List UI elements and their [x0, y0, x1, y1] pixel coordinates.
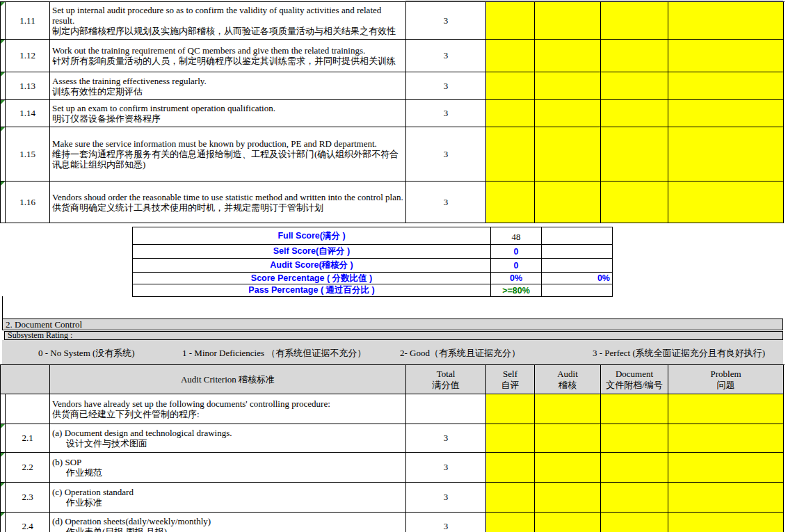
- criterion-text-zh: 作业表单(日报,周报,月报): [52, 526, 403, 532]
- header-audit-criterion: Audit Criterion 稽核标准: [50, 365, 406, 394]
- criterion-text-en: Set up internal audit procedure so as to…: [52, 5, 403, 26]
- document-ref-input-cell[interactable]: [601, 513, 668, 532]
- document-ref-input-cell[interactable]: [601, 100, 668, 127]
- audit-score-input-cell[interactable]: [535, 182, 601, 223]
- criterion-text-zh: 供货商已经建立下列文件管制的程序:: [52, 409, 403, 419]
- problem-input-cell[interactable]: [668, 72, 784, 100]
- audit-score-input-cell[interactable]: [535, 2, 601, 40]
- subsystem-rating-label: Subsystem Rating :: [8, 330, 72, 341]
- problem-input-cell[interactable]: [668, 394, 784, 424]
- summary-label: Pass Percentage ( 通过百分比 ): [133, 284, 491, 297]
- document-ref-input-cell[interactable]: [601, 394, 668, 424]
- summary-label: Self Score(自评分 ): [133, 245, 491, 259]
- document-ref-input-cell[interactable]: [601, 453, 668, 483]
- audit-score-input-cell[interactable]: [535, 40, 601, 72]
- criterion-text-en: Set up an exam to confirm instrument ope…: [52, 103, 403, 113]
- self-score-input-cell[interactable]: [486, 2, 535, 40]
- document-ref-input-cell[interactable]: [601, 182, 668, 223]
- problem-input-cell[interactable]: [668, 40, 784, 72]
- document-ref-input-cell[interactable]: [601, 40, 668, 72]
- header-label: Audit Criterion 稽核标准: [181, 374, 275, 385]
- problem-input-cell[interactable]: [668, 127, 784, 182]
- self-score-input-cell[interactable]: [486, 453, 535, 483]
- document-ref-input-cell[interactable]: [601, 424, 668, 453]
- document-ref-input-cell[interactable]: [601, 127, 668, 182]
- problem-input-cell[interactable]: [668, 100, 784, 127]
- row-number-cell: 1.11: [6, 2, 50, 40]
- criterion-cell: Work out the training requirement of QC …: [50, 40, 406, 72]
- self-score-input-cell[interactable]: [486, 424, 535, 453]
- summary-row-self-score: Self Score(自评分 ) 0: [133, 245, 613, 259]
- audit-score-input-cell[interactable]: [535, 483, 601, 513]
- self-score-input-cell[interactable]: [486, 483, 535, 513]
- criterion-cell: (d) Operation sheets(daily/weekly/monthl…: [50, 513, 406, 532]
- section2-title: 2. Document Control: [6, 319, 82, 330]
- table-row-1-13: 1.13 Assess the training effectiveness r…: [1, 72, 785, 100]
- document-ref-input-cell[interactable]: [601, 483, 668, 513]
- table-row-1-14: 1.14 Set up an exam to confirm instrumen…: [1, 100, 785, 127]
- header-label-en: Document: [616, 369, 653, 380]
- criterion-text-en: (d) Operation sheets(daily/weekly/monthl…: [52, 516, 403, 526]
- rating-scale-2: 2- Good（有系统且证据充分）: [400, 347, 520, 360]
- error-indicator-triangle: [1, 182, 5, 186]
- summary-row-pass-percentage: Pass Percentage ( 通过百分比 ) >=80%: [133, 284, 613, 297]
- audit-score-input-cell[interactable]: [535, 394, 601, 424]
- audit-score-input-cell[interactable]: [535, 424, 601, 453]
- spreadsheet-audit-page: { "colors":{ "input_cell_yellow":"#FFFF0…: [0, 0, 788, 532]
- header-audit: Audit 稽核: [535, 365, 601, 394]
- problem-input-cell[interactable]: [668, 424, 784, 453]
- header-document: Document 文件附档/编号: [601, 365, 668, 394]
- header-label-zh: 问题: [717, 380, 735, 391]
- audit-score-input-cell[interactable]: [535, 127, 601, 182]
- criterion-text-zh: 维持一套沟通程序将服务有关的信息通报给制造、工程及设计部门(确认组织外部不符合讯…: [52, 149, 403, 170]
- self-score-input-cell[interactable]: [486, 513, 535, 532]
- audit-table-section2: Audit Criterion 稽核标准 Total 满分值 Self 自评 A…: [0, 364, 785, 532]
- problem-input-cell[interactable]: [668, 513, 784, 532]
- self-score-input-cell[interactable]: [486, 40, 535, 72]
- error-indicator-triangle: [1, 72, 5, 76]
- summary-extra-cell: [542, 227, 613, 245]
- error-indicator-triangle: [1, 100, 5, 104]
- audit-score-input-cell[interactable]: [535, 513, 601, 532]
- summary-label: Full Score(满分 ): [133, 227, 491, 245]
- row-indicator-cell: [1, 483, 6, 513]
- total-score-cell: 3: [406, 100, 486, 127]
- audit-score-input-cell[interactable]: [535, 453, 601, 483]
- total-score-cell: 3: [406, 453, 486, 483]
- document-ref-input-cell[interactable]: [601, 72, 668, 100]
- criterion-text-zh: 供货商明确定义统计工具技术使用的时机，并规定需明订于管制计划: [52, 202, 403, 213]
- problem-input-cell[interactable]: [668, 182, 784, 223]
- audit-score-input-cell[interactable]: [535, 100, 601, 127]
- audit-score-input-cell[interactable]: [535, 72, 601, 100]
- row-number-cell: 1.15: [6, 127, 50, 182]
- header-label-zh: 稽核: [558, 380, 577, 391]
- criterion-cell: Vendors have already set up the followin…: [50, 394, 406, 424]
- criterion-text-en: (c) Operation standard: [52, 487, 403, 497]
- row-indicator-cell: [1, 453, 6, 483]
- header-label-en: Problem: [710, 369, 741, 380]
- problem-input-cell[interactable]: [668, 483, 784, 513]
- row-indicator-cell: [1, 424, 6, 453]
- criterion-cell: (c) Operation standard 作业标准: [50, 483, 406, 513]
- row-number-cell: 1.14: [6, 100, 50, 127]
- criterion-text-zh: 作业规范: [52, 467, 403, 478]
- document-ref-input-cell[interactable]: [601, 2, 668, 40]
- total-score-cell: 3: [406, 182, 486, 223]
- row-indicator-cell: [1, 182, 6, 223]
- summary-extra-cell: [542, 245, 613, 259]
- criterion-text-zh: 训练有效性的定期评估: [52, 86, 403, 97]
- self-score-input-cell[interactable]: [486, 182, 535, 223]
- summary-label: Audit Score(稽核分 ): [133, 259, 491, 273]
- problem-input-cell[interactable]: [668, 453, 784, 483]
- error-indicator-triangle: [1, 2, 5, 6]
- rating-scale-0: 0 - No System (没有系统): [38, 347, 135, 360]
- self-score-input-cell[interactable]: [486, 127, 535, 182]
- problem-input-cell[interactable]: [668, 2, 784, 40]
- self-score-input-cell[interactable]: [486, 72, 535, 100]
- self-score-input-cell[interactable]: [486, 394, 535, 424]
- audit-table-section1: 1.11 Set up internal audit procedure so …: [0, 1, 785, 223]
- self-score-input-cell[interactable]: [486, 100, 535, 127]
- row-number-cell: 1.16: [6, 182, 50, 223]
- total-score-cell: 3: [406, 72, 486, 100]
- section2-title-bar: 2. Document Control: [2, 319, 783, 330]
